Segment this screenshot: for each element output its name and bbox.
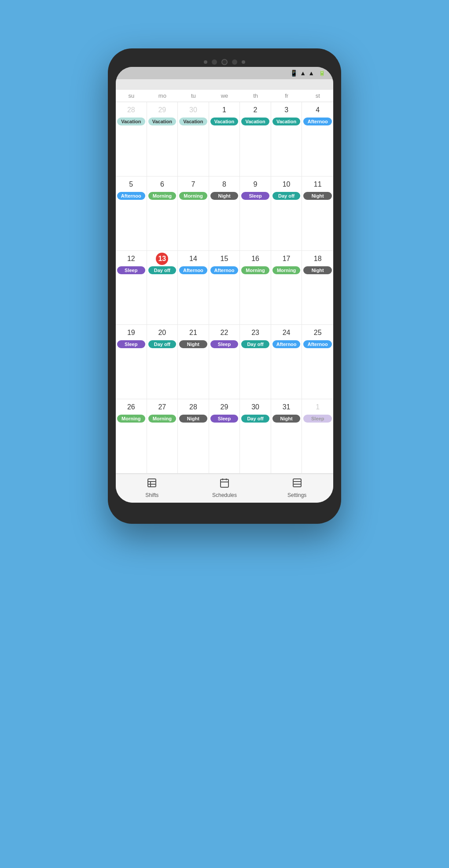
day-number[interactable]: 19 xyxy=(125,327,137,339)
day-number[interactable]: 22 xyxy=(218,327,230,339)
day-cell-2-1[interactable]: 13Day off xyxy=(147,251,178,325)
day-cell-1-4[interactable]: 9Sleep xyxy=(240,177,271,250)
day-number[interactable]: 1 xyxy=(312,401,324,413)
day-cell-1-0[interactable]: 5Afternoo xyxy=(116,177,147,250)
day-cell-0-1[interactable]: 29Vacation xyxy=(147,102,178,176)
shift-badge[interactable]: Night xyxy=(303,192,332,200)
shift-badge[interactable]: Sleep xyxy=(210,415,239,423)
day-cell-4-4[interactable]: 30Day off xyxy=(240,399,271,473)
day-cell-4-2[interactable]: 28Night xyxy=(178,399,209,473)
shift-badge[interactable]: Sleep xyxy=(303,415,332,423)
day-number[interactable]: 25 xyxy=(312,327,324,339)
shift-badge[interactable]: Afternoo xyxy=(303,118,332,125)
day-cell-2-2[interactable]: 14Afternoo xyxy=(178,251,209,325)
nav-item-settings[interactable]: Settings xyxy=(261,478,333,498)
day-cell-2-5[interactable]: 17Morning xyxy=(271,251,302,325)
day-number[interactable]: 18 xyxy=(312,253,324,265)
shift-badge[interactable]: Night xyxy=(303,266,332,274)
shift-badge[interactable]: Morning xyxy=(148,192,177,200)
shift-badge[interactable]: Night xyxy=(179,340,207,348)
day-number[interactable]: 2 xyxy=(249,104,261,116)
shift-badge[interactable]: Morning xyxy=(117,415,145,423)
calendar-weeks[interactable]: 28Vacation29Vacation30Vacation1Vacation2… xyxy=(116,102,333,474)
day-number[interactable]: 24 xyxy=(280,327,293,339)
day-cell-2-3[interactable]: 15Afternoo xyxy=(209,251,240,325)
day-number[interactable]: 21 xyxy=(187,327,199,339)
shift-badge[interactable]: Sleep xyxy=(241,192,269,200)
day-cell-3-2[interactable]: 21Night xyxy=(178,325,209,399)
day-cell-0-5[interactable]: 3Vacation xyxy=(271,102,302,176)
day-number[interactable]: 14 xyxy=(187,253,199,265)
day-cell-1-3[interactable]: 8Night xyxy=(209,177,240,250)
day-number[interactable]: 20 xyxy=(156,327,168,339)
day-number[interactable]: 30 xyxy=(187,104,199,116)
day-cell-3-6[interactable]: 25Afternoo xyxy=(302,325,333,399)
day-cell-3-3[interactable]: 22Sleep xyxy=(209,325,240,399)
shift-badge[interactable]: Afternoo xyxy=(179,266,207,274)
shift-badge[interactable]: Vacation xyxy=(210,118,239,125)
day-cell-2-6[interactable]: 18Night xyxy=(302,251,333,325)
shift-badge[interactable]: Morning xyxy=(272,266,301,274)
day-cell-1-6[interactable]: 11Night xyxy=(302,177,333,250)
day-number[interactable]: 31 xyxy=(280,401,293,413)
nav-item-schedules[interactable]: Schedules xyxy=(188,478,261,498)
shift-badge[interactable]: Sleep xyxy=(117,340,145,348)
shift-badge[interactable]: Sleep xyxy=(210,340,239,348)
day-cell-4-0[interactable]: 26Morning xyxy=(116,399,147,473)
day-cell-4-6[interactable]: 1Sleep xyxy=(302,399,333,473)
day-cell-1-1[interactable]: 6Morning xyxy=(147,177,178,250)
day-number[interactable]: 29 xyxy=(218,401,230,413)
shift-badge[interactable]: Sleep xyxy=(117,266,145,274)
day-cell-4-5[interactable]: 31Night xyxy=(271,399,302,473)
day-cell-0-3[interactable]: 1Vacation xyxy=(209,102,240,176)
day-cell-1-2[interactable]: 7Morning xyxy=(178,177,209,250)
nav-item-shifts[interactable]: Shifts xyxy=(116,478,188,498)
day-cell-0-0[interactable]: 28Vacation xyxy=(116,102,147,176)
shift-badge[interactable]: Night xyxy=(179,415,207,423)
shift-badge[interactable]: Afternoo xyxy=(210,266,239,274)
day-cell-0-6[interactable]: 4Afternoo xyxy=(302,102,333,176)
day-cell-4-1[interactable]: 27Morning xyxy=(147,399,178,473)
day-number[interactable]: 30 xyxy=(249,401,261,413)
shift-badge[interactable]: Vacation xyxy=(272,118,301,125)
week-row-4[interactable]: 26Morning27Morning28Night29Sleep30Day of… xyxy=(116,399,333,474)
day-number[interactable]: 26 xyxy=(125,401,137,413)
week-row-3[interactable]: 19Sleep20Day off21Night22Sleep23Day off2… xyxy=(116,325,333,399)
day-number[interactable]: 7 xyxy=(187,178,199,191)
shift-badge[interactable]: Afternoo xyxy=(272,340,301,348)
day-number[interactable]: 10 xyxy=(280,178,293,191)
day-number[interactable]: 17 xyxy=(280,253,293,265)
day-number[interactable]: 5 xyxy=(125,178,137,191)
shift-badge[interactable]: Afternoo xyxy=(117,192,145,200)
shift-badge[interactable]: Day off xyxy=(241,415,269,423)
day-cell-3-5[interactable]: 24Afternoo xyxy=(271,325,302,399)
day-cell-4-3[interactable]: 29Sleep xyxy=(209,399,240,473)
day-number[interactable]: 11 xyxy=(312,178,324,191)
day-number[interactable]: 23 xyxy=(249,327,261,339)
day-number[interactable]: 12 xyxy=(125,253,137,265)
day-number[interactable]: 1 xyxy=(218,104,230,116)
shift-badge[interactable]: Morning xyxy=(148,415,177,423)
day-cell-1-5[interactable]: 10Day off xyxy=(271,177,302,250)
day-cell-0-4[interactable]: 2Vacation xyxy=(240,102,271,176)
day-number[interactable]: 28 xyxy=(125,104,137,116)
day-cell-3-1[interactable]: 20Day off xyxy=(147,325,178,399)
day-number[interactable]: 16 xyxy=(249,253,261,265)
day-number[interactable]: 4 xyxy=(312,104,324,116)
day-cell-3-4[interactable]: 23Day off xyxy=(240,325,271,399)
shift-badge[interactable]: Night xyxy=(210,192,239,200)
day-number[interactable]: 13 xyxy=(156,253,168,265)
shift-badge[interactable]: Night xyxy=(272,415,301,423)
bottom-nav[interactable]: Shifts Schedules Settings xyxy=(116,474,333,503)
day-number[interactable]: 6 xyxy=(156,178,168,191)
shift-badge[interactable]: Vacation xyxy=(179,118,207,125)
day-cell-0-2[interactable]: 30Vacation xyxy=(178,102,209,176)
shift-badge[interactable]: Morning xyxy=(179,192,207,200)
week-row-2[interactable]: 12Sleep13Day off14Afternoo15Afternoo16Mo… xyxy=(116,251,333,325)
day-number[interactable]: 28 xyxy=(187,401,199,413)
day-cell-2-0[interactable]: 12Sleep xyxy=(116,251,147,325)
day-cell-3-0[interactable]: 19Sleep xyxy=(116,325,147,399)
week-row-0[interactable]: 28Vacation29Vacation30Vacation1Vacation2… xyxy=(116,102,333,177)
shift-badge[interactable]: Morning xyxy=(241,266,269,274)
shift-badge[interactable]: Afternoo xyxy=(303,340,332,348)
